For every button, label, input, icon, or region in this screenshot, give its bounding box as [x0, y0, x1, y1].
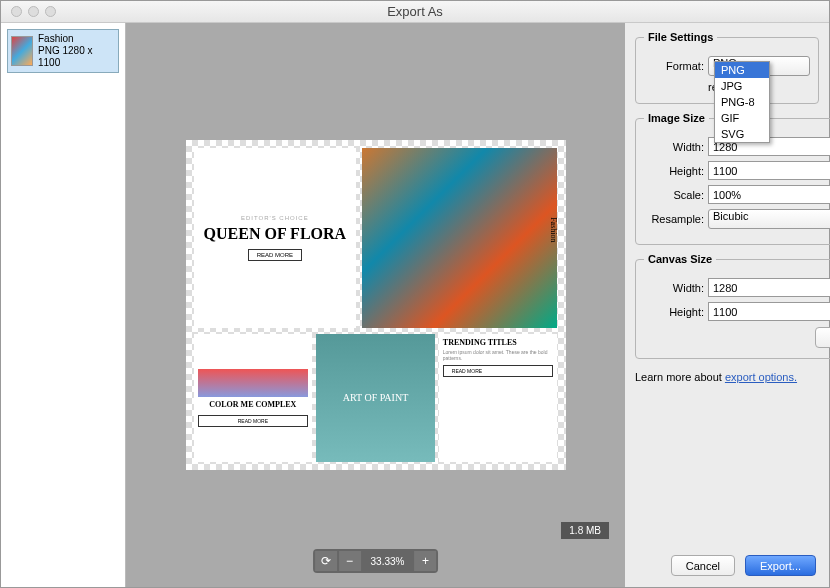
canvas-width-label: Width:: [644, 282, 704, 294]
thumbnail-text: Fashion PNG 1280 x 1100: [38, 33, 115, 69]
file-settings-legend: File Settings: [644, 31, 717, 43]
window-title: Export As: [1, 4, 829, 19]
preview-area: EDITOR'S CHOICE QUEEN OF FLORA READ MORE…: [126, 23, 625, 587]
export-button[interactable]: Export...: [745, 555, 816, 576]
export-dialog: Export As Fashion PNG 1280 x 1100 EDITOR…: [0, 0, 830, 588]
export-options-link[interactable]: export options.: [725, 371, 797, 383]
headline-text: QUEEN OF FLORA: [204, 225, 347, 243]
format-dropdown-open: PNG JPG PNG-8 GIF SVG: [714, 61, 770, 143]
canvas-height-label: Height:: [644, 306, 704, 318]
canvas-size-legend: Canvas Size: [644, 253, 716, 265]
file-settings-group: File Settings Format: PNG rency PNG JPG …: [635, 31, 819, 104]
read-more-button: READ MORE: [248, 249, 302, 261]
magazine-hero-image: Fashion: [362, 148, 557, 328]
format-option-svg[interactable]: SVG: [715, 126, 769, 142]
width-label: Width:: [644, 141, 704, 153]
color-complex-block: COLOR ME COMPLEX READ MORE: [194, 334, 313, 462]
format-option-jpg[interactable]: JPG: [715, 78, 769, 94]
titlebar: Export As: [1, 1, 829, 23]
height-label: Height:: [644, 165, 704, 177]
refresh-icon[interactable]: ⟳: [315, 551, 337, 571]
main-area: Fashion PNG 1280 x 1100 EDITOR'S CHOICE …: [1, 23, 829, 587]
thumbnail-item[interactable]: Fashion PNG 1280 x 1100: [7, 29, 119, 73]
zoom-in-button[interactable]: +: [414, 551, 436, 571]
learn-more-text: Learn more about export options.: [635, 371, 819, 383]
canvas-width-input[interactable]: [708, 278, 830, 297]
format-option-png[interactable]: PNG: [715, 62, 769, 78]
format-option-gif[interactable]: GIF: [715, 110, 769, 126]
scale-input[interactable]: [708, 185, 830, 204]
thumbnail-dimensions: PNG 1280 x 1100: [38, 45, 115, 69]
resample-label: Resample:: [644, 213, 704, 225]
file-size-badge: 1.8 MB: [561, 522, 609, 539]
format-option-png8[interactable]: PNG-8: [715, 94, 769, 110]
magazine-headline-block: EDITOR'S CHOICE QUEEN OF FLORA READ MORE: [194, 148, 357, 328]
editor-choice-label: EDITOR'S CHOICE: [241, 215, 309, 221]
zoom-value: 33.33%: [363, 556, 413, 567]
thumbnail-panel: Fashion PNG 1280 x 1100: [1, 23, 126, 587]
reset-button[interactable]: Reset: [815, 327, 830, 348]
zoom-controls: ⟳ − 33.33% +: [313, 549, 439, 573]
art-paint-block: ART OF PAINT: [316, 334, 435, 462]
image-size-legend: Image Size: [644, 112, 709, 124]
format-label: Format:: [644, 60, 704, 72]
preview-canvas[interactable]: EDITOR'S CHOICE QUEEN OF FLORA READ MORE…: [186, 140, 566, 470]
side-label: Fashion: [549, 217, 558, 242]
thumbnail-name: Fashion: [38, 33, 115, 45]
settings-panel: File Settings Format: PNG rency PNG JPG …: [625, 23, 829, 587]
height-input[interactable]: [708, 161, 830, 180]
cancel-button[interactable]: Cancel: [671, 555, 735, 576]
canvas-height-input[interactable]: [708, 302, 830, 321]
resample-select[interactable]: Bicubic: [708, 209, 830, 229]
thumbnail-preview-icon: [11, 36, 33, 66]
canvas-size-group: Canvas Size Width: px Height: px Reset: [635, 253, 830, 359]
zoom-out-button[interactable]: −: [339, 551, 361, 571]
trending-block: TRENDING TITLES Lorem ipsum dolor sit am…: [439, 334, 558, 462]
scale-label: Scale:: [644, 189, 704, 201]
